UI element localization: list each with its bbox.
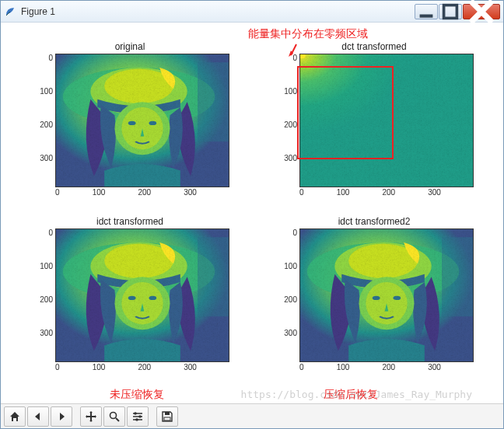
- save-button[interactable]: [156, 406, 178, 427]
- x-ticks: 0100200300: [299, 188, 474, 197]
- svg-rect-28: [165, 412, 170, 415]
- svg-rect-29: [164, 417, 170, 420]
- annotation-uncompressed: 未压缩恢复: [110, 388, 164, 402]
- pan-button[interactable]: [80, 406, 102, 427]
- annotation-compressed: 压缩后恢复: [324, 388, 378, 402]
- window-title: Figure 1: [21, 6, 414, 17]
- move-icon: [85, 410, 97, 423]
- subplot-idct2: idct transformed2 0100200300 0100200300: [253, 216, 495, 388]
- sliders-icon: [131, 410, 144, 423]
- y-ticks: 0100200300: [30, 228, 55, 362]
- svg-point-23: [134, 412, 137, 415]
- arrow-left-icon: [32, 410, 44, 423]
- figure-window: Figure 1 能量集中分布在零频区域 original 0100200300: [0, 0, 504, 429]
- zoom-icon: [108, 410, 121, 423]
- svg-rect-15: [444, 5, 457, 18]
- mpl-toolbar: [1, 403, 503, 428]
- x-ticks: 0100200300: [55, 188, 229, 197]
- subplot-idct: idct transformed 0100200300 0100200300: [9, 216, 251, 388]
- close-button[interactable]: [463, 4, 500, 19]
- subplot-title: original: [115, 41, 145, 54]
- subplot-title: dct transformed: [341, 41, 406, 54]
- svg-point-27: [135, 418, 138, 421]
- subplots-button[interactable]: [127, 406, 149, 427]
- image-original: [55, 54, 229, 187]
- x-ticks: 0100200300: [55, 363, 229, 371]
- tk-feather-icon: [4, 5, 16, 18]
- y-ticks: 0100200300: [275, 228, 299, 362]
- subplot-title: idct transformed2: [338, 216, 411, 228]
- zoom-button[interactable]: [103, 406, 125, 427]
- svg-point-25: [138, 415, 142, 418]
- minimize-button[interactable]: [415, 4, 438, 19]
- y-ticks: 0100200300: [30, 54, 55, 187]
- figure-canvas[interactable]: 能量集中分布在零频区域 original 0100200300 01002003…: [1, 23, 503, 403]
- svg-line-21: [116, 418, 119, 421]
- subplot-title: idct transformed: [96, 216, 163, 228]
- image-idct2: [299, 228, 474, 362]
- save-icon: [161, 410, 173, 423]
- back-button[interactable]: [27, 406, 49, 427]
- home-button[interactable]: [4, 406, 26, 427]
- x-ticks: 0100200300: [299, 363, 474, 371]
- y-ticks: 0100200300: [275, 54, 299, 187]
- titlebar[interactable]: Figure 1: [1, 1, 503, 23]
- arrow-right-icon: [55, 410, 68, 423]
- svg-point-20: [110, 412, 117, 418]
- highlight-box: [297, 66, 394, 159]
- forward-button[interactable]: [51, 406, 72, 427]
- subplot-original: original 0100200300 0100200300: [9, 41, 251, 213]
- annotation-energy: 能量集中分布在零频区域: [248, 27, 368, 41]
- image-idct: [55, 228, 229, 362]
- home-icon: [9, 410, 21, 423]
- maximize-button[interactable]: [439, 4, 462, 19]
